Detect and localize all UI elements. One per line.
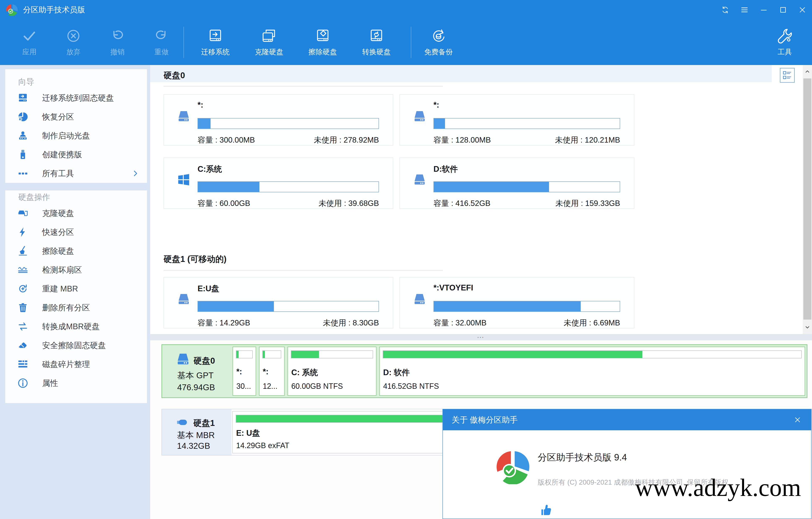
wipe-broom-icon bbox=[18, 246, 28, 256]
capacity-label: 容量 : 128.00MB bbox=[433, 135, 491, 145]
chevron-right-icon bbox=[132, 170, 139, 177]
usage-bar bbox=[262, 350, 281, 358]
dialog-close-icon[interactable] bbox=[790, 412, 805, 427]
discard-icon bbox=[65, 28, 81, 44]
sidebar-item-label: 检测坏扇区 bbox=[42, 265, 82, 275]
partition-card[interactable]: *:容量 : 128.00MB未使用 : 120.21MB bbox=[400, 94, 634, 146]
sidebar-item[interactable]: 检测坏扇区 bbox=[5, 260, 147, 279]
partition-card[interactable]: *:VTOYEFI容量 : 32.00MB未使用 : 6.69MB bbox=[400, 277, 634, 328]
toolbar: 应用放弃撤销重做 迁移系统克隆硬盘擦除硬盘转换硬盘 免费备份 工具 bbox=[0, 20, 812, 65]
unused-label: 未使用 : 278.92MB bbox=[314, 135, 379, 145]
sidebar-item-label: 删除所有分区 bbox=[42, 302, 90, 313]
disk0-row[interactable]: 硬盘0 基本 GPT 476.94GB *:30...*:12...C: 系统6… bbox=[162, 344, 807, 398]
partition-card[interactable]: E:U盘容量 : 14.29GB未使用 : 8.30GB bbox=[164, 277, 393, 328]
sidebar-item[interactable]: 安全擦除固态硬盘 bbox=[5, 336, 147, 355]
usage-bar bbox=[383, 350, 802, 358]
tools-button[interactable]: 工具 bbox=[759, 21, 810, 63]
sidebar-item-label: 转换成MBR硬盘 bbox=[42, 321, 99, 332]
sidebar-item[interactable]: 制作启动光盘 bbox=[5, 126, 147, 145]
drive-icon bbox=[177, 110, 191, 123]
menu-icon[interactable] bbox=[735, 0, 754, 20]
sidebar-item[interactable]: 恢复分区 bbox=[5, 107, 147, 126]
partition-card[interactable]: D:软件容量 : 416.52GB未使用 : 159.33GB bbox=[400, 157, 634, 209]
about-dialog-titlebar[interactable]: 关于 傲梅分区助手 bbox=[443, 409, 811, 430]
main-area: 硬盘0 *:容量 : 300.00MB未使用 : 278.92MB*:容量 : … bbox=[150, 65, 812, 334]
toolbar-button[interactable]: 克隆硬盘 bbox=[243, 21, 295, 63]
sidebar-item[interactable]: 删除所有分区 bbox=[5, 298, 147, 317]
close-icon[interactable] bbox=[793, 0, 812, 20]
sidebar-item[interactable]: 快速分区 bbox=[5, 223, 147, 241]
sidebar-section-gap bbox=[5, 183, 147, 191]
toolbar-history-group: 应用放弃撤销重做 bbox=[7, 20, 183, 65]
sidebar-item[interactable]: 创建便携版 bbox=[5, 145, 147, 164]
windows-icon bbox=[177, 173, 191, 186]
capacity-label: 容量 : 32.00MB bbox=[433, 318, 487, 328]
partition-card[interactable]: C:系统容量 : 60.00GB未使用 : 39.68GB bbox=[164, 157, 393, 209]
sidebar-item-label: 创建便携版 bbox=[42, 149, 82, 160]
scroll-down-icon[interactable] bbox=[803, 322, 812, 333]
sidebar-item[interactable]: 迁移系统到固态硬盘 bbox=[5, 88, 147, 107]
capacity-label: 容量 : 60.00GB bbox=[198, 198, 250, 209]
sidebar-item-label: 擦除硬盘 bbox=[42, 246, 74, 256]
sidebar-item[interactable]: 转换成MBR硬盘 bbox=[5, 317, 147, 336]
panel-splitter[interactable]: ⋯ bbox=[150, 334, 812, 340]
toolbar-button: 放弃 bbox=[51, 21, 95, 63]
usage-bar-fill bbox=[198, 182, 259, 192]
divider bbox=[164, 86, 443, 86]
usb-icon bbox=[176, 415, 189, 428]
toolbar-button: 应用 bbox=[7, 21, 51, 63]
maximize-icon[interactable] bbox=[774, 0, 793, 20]
scrollbar-thumb[interactable] bbox=[804, 79, 811, 320]
watermark-text: www.adzyk.com bbox=[635, 473, 801, 502]
wipe-disk-icon bbox=[315, 28, 331, 44]
partition-block[interactable]: C: 系统60.00GB NTFS bbox=[288, 347, 376, 396]
free-backup-button[interactable]: 免费备份 bbox=[413, 21, 464, 63]
vertical-scrollbar[interactable] bbox=[803, 65, 812, 334]
refresh-icon[interactable] bbox=[716, 0, 735, 20]
sidebar-item-label: 重建 MBR bbox=[42, 284, 78, 294]
usage-bar-fill bbox=[434, 301, 581, 311]
partition-block-label: E: U盘 bbox=[236, 428, 260, 438]
tools-group: 工具 bbox=[759, 20, 810, 65]
usage-bar-fill bbox=[434, 118, 445, 128]
sidebar-item[interactable]: 克隆硬盘 bbox=[5, 204, 147, 223]
partition-block-label: C: 系统 bbox=[291, 367, 318, 378]
sidebar-item[interactable]: 所有工具 bbox=[5, 164, 147, 183]
check-icon bbox=[21, 28, 37, 44]
toolbar-button[interactable]: 迁移系统 bbox=[190, 21, 241, 63]
partition-card[interactable]: *:容量 : 300.00MB未使用 : 278.92MB bbox=[164, 94, 393, 146]
window-title: 分区助手技术员版 bbox=[23, 5, 85, 15]
list-view-toggle-button[interactable] bbox=[780, 68, 794, 83]
disk0-name: 硬盘0 bbox=[194, 355, 215, 367]
usage-bar-fill bbox=[434, 182, 549, 192]
scroll-up-icon[interactable] bbox=[803, 66, 812, 77]
partition-block[interactable]: D: 软件416.52GB NTFS bbox=[379, 347, 805, 396]
sidebar-panel: 向导 迁移系统到固态硬盘恢复分区制作启动光盘创建便携版所有工具 硬盘操作 克隆硬… bbox=[5, 69, 147, 403]
toolbar-button: 重做 bbox=[140, 21, 183, 63]
disk1-name: 硬盘1 bbox=[193, 417, 215, 429]
sidebar-item[interactable]: 属性 bbox=[5, 374, 147, 393]
sidebar-section-wizard: 迁移系统到固态硬盘恢复分区制作启动光盘创建便携版所有工具 bbox=[5, 88, 147, 183]
toolbar-button[interactable]: 转换硬盘 bbox=[351, 21, 402, 63]
usage-bar-fill bbox=[263, 351, 265, 358]
unused-label: 未使用 : 8.30GB bbox=[323, 318, 379, 328]
clone-disk-icon bbox=[261, 28, 277, 44]
titlebar: 分区助手技术员版 bbox=[0, 0, 812, 20]
sidebar-item[interactable]: 擦除硬盘 bbox=[5, 241, 147, 260]
sidebar-item-label: 属性 bbox=[42, 378, 58, 388]
unused-label: 未使用 : 159.33GB bbox=[555, 198, 620, 209]
sidebar-item[interactable]: 磁盘碎片整理 bbox=[5, 355, 147, 374]
usage-bar bbox=[236, 350, 253, 358]
window-controls bbox=[716, 0, 812, 20]
sidebar-item[interactable]: 重建 MBR bbox=[5, 279, 147, 298]
toolbar-button[interactable]: 擦除硬盘 bbox=[297, 21, 348, 63]
minimize-icon[interactable] bbox=[754, 0, 774, 20]
recover-partition-icon bbox=[18, 111, 28, 122]
backup-group: 免费备份 bbox=[413, 20, 464, 65]
sidebar: 向导 迁移系统到固态硬盘恢复分区制作启动光盘创建便携版所有工具 硬盘操作 克隆硬… bbox=[0, 65, 150, 519]
partition-block[interactable]: *:30... bbox=[233, 347, 256, 396]
undo-icon bbox=[110, 28, 125, 44]
usage-bar bbox=[433, 301, 620, 312]
hdd-icon bbox=[176, 352, 190, 366]
partition-block[interactable]: *:12... bbox=[259, 347, 285, 396]
